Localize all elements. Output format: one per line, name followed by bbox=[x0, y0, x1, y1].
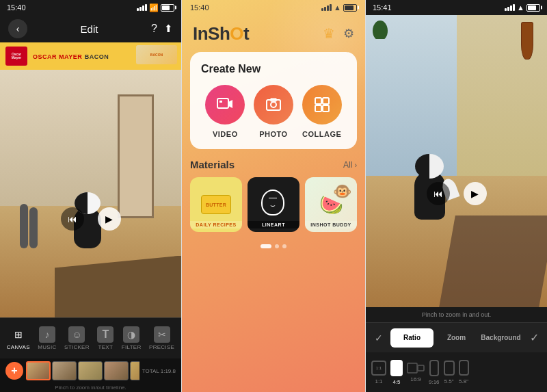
text-icon: T bbox=[97, 326, 114, 343]
editor-toolbar: ⊞ CANVAS ♪ MUSIC ☺ STICKER T TEXT ◑ FILT… bbox=[0, 317, 181, 358]
ratio-16-9-label: 16:9 bbox=[410, 376, 421, 382]
ratio-1-1[interactable]: 1:1 1:1 bbox=[371, 361, 386, 384]
status-icons-player: ▲ bbox=[505, 3, 540, 12]
precise-tool[interactable]: ✂ PRECISE bbox=[149, 326, 174, 350]
svg-rect-6 bbox=[323, 98, 329, 104]
skip-back-button[interactable]: ⏮ bbox=[61, 207, 84, 231]
clip-thumb[interactable] bbox=[52, 361, 77, 380]
wifi-icon-home: ▲ bbox=[334, 3, 341, 12]
collage-icon bbox=[302, 85, 342, 125]
materials-all-link[interactable]: All › bbox=[343, 160, 357, 170]
ratio-5-5[interactable]: 5.5" bbox=[444, 361, 455, 384]
clip-thumb[interactable] bbox=[26, 361, 51, 380]
wifi-icon-player: ▲ bbox=[517, 3, 524, 12]
video-preview: ⏮ ▶ bbox=[0, 70, 181, 317]
play-button[interactable]: ▶ bbox=[98, 207, 121, 231]
clip-thumb[interactable] bbox=[104, 361, 129, 380]
svg-point-3 bbox=[271, 102, 276, 107]
ratio-tab-ratio[interactable]: Ratio bbox=[390, 328, 433, 348]
ratio-options: 1:1 1:1 4:5 16:9 9:16 bbox=[366, 352, 547, 392]
ratio-9-16-box bbox=[429, 360, 439, 376]
ratio-confirm-button[interactable]: ✓ bbox=[526, 330, 542, 345]
filter-tool[interactable]: ◑ FILTER bbox=[122, 326, 142, 350]
text-tool[interactable]: T TEXT bbox=[97, 326, 114, 350]
create-buttons: VIDEO PHOTO bbox=[201, 85, 346, 138]
player-scene bbox=[366, 15, 547, 307]
page-dot-1[interactable] bbox=[261, 244, 271, 248]
total-time: TOTAL 1:19.8 bbox=[142, 368, 176, 374]
ratio-5-5-label: 5.5" bbox=[444, 378, 454, 384]
ad-text: OSCAR MAYER BAcon bbox=[33, 52, 109, 60]
crown-icon[interactable]: ♛ bbox=[323, 25, 335, 42]
ratio-5-8-label: 5.8" bbox=[459, 378, 468, 384]
back-button[interactable]: ‹ bbox=[8, 19, 27, 38]
zoom-hint-bar: Pinch to zoom in and out. bbox=[366, 307, 547, 322]
player-video-main: ⏮ ▶ bbox=[366, 15, 547, 307]
preview-image bbox=[0, 70, 181, 317]
ratio-4-5[interactable]: 4:5 bbox=[390, 360, 403, 385]
share-icon[interactable]: ⬆ bbox=[164, 23, 173, 35]
editor-right-icons: ? ⬆ bbox=[151, 23, 173, 35]
ratio-back-check[interactable]: ✓ bbox=[371, 330, 386, 345]
music-tool[interactable]: ♪ MUSIC bbox=[38, 326, 56, 350]
ratio-toolbar: ✓ Ratio Zoom Background ✓ bbox=[366, 322, 547, 352]
player-skip-back-button[interactable]: ⏮ bbox=[427, 182, 450, 205]
create-photo-button[interactable]: PHOTO bbox=[254, 85, 293, 138]
create-section: Create New VIDEO bbox=[190, 52, 357, 149]
create-video-button[interactable]: VIDEO bbox=[205, 85, 245, 138]
create-title: Create New bbox=[201, 63, 346, 75]
sticker-label: STICKER bbox=[64, 344, 90, 350]
material-card-daily[interactable]: BUTTER DAILY RECIPES bbox=[190, 177, 242, 232]
timeline-bar: + TOTAL 1:19.8 bbox=[0, 358, 181, 383]
page-dot-2[interactable] bbox=[275, 244, 279, 248]
zoom-hint-player: Pinch to zoom in and out. bbox=[422, 311, 492, 318]
status-time-editor: 15:40 bbox=[7, 3, 26, 12]
playback-controls: ⏮ ▶ bbox=[61, 207, 121, 231]
precise-icon: ✂ bbox=[154, 326, 170, 343]
player-panel: 15:41 ▲ bbox=[366, 0, 547, 392]
settings-icon[interactable]: ⚙ bbox=[343, 26, 354, 41]
ratio-16-9-icon bbox=[407, 363, 425, 374]
materials-grid: BUTTER DAILY RECIPES ⌣ LINEART bbox=[190, 177, 357, 232]
filter-icon: ◑ bbox=[123, 326, 139, 343]
ratio-4-5-box bbox=[390, 360, 403, 376]
clip-thumb[interactable] bbox=[130, 361, 139, 380]
svg-rect-1 bbox=[219, 101, 222, 103]
ratio-1-1-label: 1:1 bbox=[375, 378, 382, 384]
ratio-9-16[interactable]: 9:16 bbox=[429, 360, 440, 385]
player-dog bbox=[402, 138, 457, 220]
ratio-5-8[interactable]: 5.8" bbox=[459, 360, 469, 384]
help-icon[interactable]: ? bbox=[151, 23, 157, 35]
app-header: InShOt ♛ ⚙ bbox=[182, 15, 365, 52]
status-icons-home: ▲ bbox=[321, 3, 357, 12]
ratio-16-9[interactable]: 16:9 bbox=[407, 363, 425, 382]
photo-label: PHOTO bbox=[259, 130, 287, 138]
materials-header: Materials All › bbox=[190, 159, 357, 170]
sticker-tool[interactable]: ☺ STICKER bbox=[64, 326, 90, 350]
add-clip-button[interactable]: + bbox=[5, 362, 23, 380]
ratio-tab-zoom[interactable]: Zoom bbox=[435, 328, 478, 348]
material-card-lineart[interactable]: ⌣ LINEART bbox=[248, 177, 299, 232]
svg-rect-5 bbox=[315, 98, 321, 104]
status-time-home: 15:40 bbox=[190, 3, 209, 12]
battery-icon-home bbox=[343, 4, 357, 12]
player-play-button[interactable]: ▶ bbox=[464, 182, 487, 205]
ratio-tabs: Ratio Zoom Background bbox=[390, 328, 522, 348]
music-label: MUSIC bbox=[38, 344, 56, 350]
material-card-buddy[interactable]: 🍉 🐵 INSHOT BUDDY bbox=[305, 177, 357, 232]
filter-label: FILTER bbox=[122, 344, 142, 350]
status-bar-player: 15:41 ▲ bbox=[366, 0, 547, 15]
ad-logo: OscarMayer bbox=[5, 47, 27, 66]
ratio-tab-background[interactable]: Background bbox=[479, 328, 522, 348]
player-controls: ⏮ ▶ bbox=[427, 182, 487, 205]
editor-top-bar: ‹ Edit ? ⬆ bbox=[0, 15, 181, 42]
collage-label: COLLAGE bbox=[302, 130, 341, 138]
ratio-5-5-box bbox=[444, 361, 455, 376]
ad-product-image: BACON bbox=[136, 45, 177, 64]
clip-thumb[interactable] bbox=[78, 361, 103, 380]
ad-banner[interactable]: OscarMayer OSCAR MAYER BAcon BACON bbox=[0, 42, 181, 70]
svg-rect-9 bbox=[408, 363, 417, 373]
page-dot-3[interactable] bbox=[282, 244, 286, 248]
canvas-tool[interactable]: ⊞ CANVAS bbox=[7, 326, 30, 350]
create-collage-button[interactable]: COLLAGE bbox=[302, 85, 342, 138]
